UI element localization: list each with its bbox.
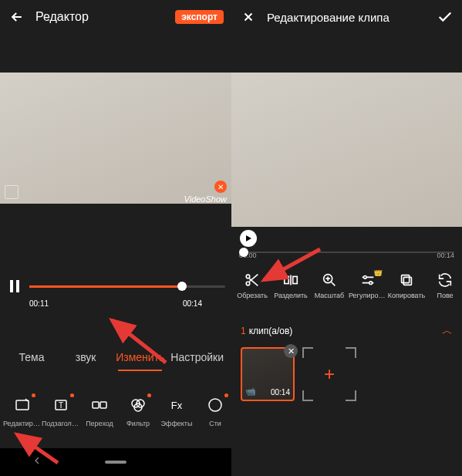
watermark[interactable]: ✕ VideoShow: [184, 179, 227, 204]
tool-sticker[interactable]: Сти: [196, 393, 231, 427]
tool-trim[interactable]: Обрезать: [233, 270, 271, 299]
video-preview[interactable]: [231, 73, 462, 227]
tool-copy[interactable]: Копировать: [387, 270, 426, 299]
clip-edit-screen: Редактирование клипа 00:00 00:14: [231, 0, 462, 476]
confirm-icon[interactable]: [436, 8, 454, 26]
svg-point-9: [209, 399, 221, 411]
add-clip-button[interactable]: +: [302, 347, 356, 401]
current-time: 00:11: [29, 299, 49, 308]
tool-filter[interactable]: Фильтр: [119, 393, 157, 427]
svg-text:Fx: Fx: [171, 400, 183, 411]
clip-thumbnail[interactable]: ✕ 📹 00:14: [241, 347, 295, 401]
editor-screen: Редактор экспорт ✕ VideoShow 00:11 00:14: [0, 0, 231, 476]
tabs: Тема звук Изменить Настройки: [0, 343, 231, 371]
seek-bar: 00:00 00:14: [239, 248, 454, 253]
filter-icon: [126, 393, 150, 417]
delete-clip-icon[interactable]: ✕: [284, 344, 298, 358]
seek-thumb[interactable]: [177, 282, 187, 291]
fx-icon: Fx: [165, 393, 188, 417]
rotate-icon: [435, 270, 455, 290]
total-time: 00:14: [183, 299, 202, 308]
preview-canvas: [231, 73, 462, 227]
svg-text:T: T: [59, 401, 63, 410]
tool-effects[interactable]: Fx Эффекты: [157, 393, 196, 427]
page-title: Редактор: [35, 10, 89, 24]
svg-rect-0: [16, 400, 29, 410]
tool-rotate[interactable]: Пове: [426, 270, 462, 299]
dot-icon: [32, 393, 35, 397]
tab-sound[interactable]: звук: [59, 343, 113, 371]
close-icon[interactable]: ✕: [214, 181, 227, 193]
svg-point-17: [369, 282, 373, 285]
svg-point-16: [364, 276, 367, 279]
nav-home-icon[interactable]: [105, 455, 126, 469]
crown-icon: 👑: [373, 270, 383, 276]
video-preview[interactable]: ✕ VideoShow: [0, 73, 231, 227]
tool-row: Обрезать Разделить Масштаб 👑 Регулиров: [231, 270, 462, 299]
seek-progress: [29, 285, 182, 288]
nav-back-icon[interactable]: [31, 454, 43, 470]
edit-clip-icon: [11, 393, 34, 417]
svg-rect-19: [402, 275, 410, 283]
sticker-icon: [204, 393, 227, 417]
tool-adjust[interactable]: 👑 Регулировка: [349, 270, 387, 299]
clip-strip: ✕ 📹 00:14 +: [241, 347, 356, 401]
tab-edit[interactable]: Изменить: [113, 343, 167, 371]
android-navbar: [0, 448, 231, 476]
svg-rect-13: [285, 276, 289, 283]
seek-track[interactable]: [29, 285, 225, 288]
chevron-up-icon[interactable]: ︿: [442, 324, 453, 338]
clip-header: 1 клип(а/ов) ︿: [231, 324, 462, 338]
header: Редактор экспорт: [0, 0, 231, 34]
svg-point-12: [246, 282, 250, 285]
play-button[interactable]: [240, 230, 257, 247]
dot-icon: [147, 393, 151, 397]
back-arrow-icon[interactable]: [8, 8, 26, 26]
tab-settings[interactable]: Настройки: [167, 343, 227, 371]
tab-theme[interactable]: Тема: [5, 343, 59, 371]
watermark-label: VideoShow: [184, 194, 227, 204]
seek-track[interactable]: [239, 252, 454, 253]
tool-row: Редактиров… T Подзаголов… Переход: [0, 393, 231, 427]
export-button[interactable]: экспорт: [175, 10, 224, 24]
split-icon: [281, 270, 301, 290]
svg-rect-10: [105, 461, 126, 464]
svg-rect-14: [293, 276, 298, 283]
tool-zoom[interactable]: Масштаб: [310, 270, 349, 299]
seek-thumb[interactable]: [239, 248, 248, 257]
camera-icon: 📹: [245, 387, 256, 397]
clip-duration: 00:14: [271, 388, 290, 397]
close-icon[interactable]: [239, 8, 258, 26]
dot-icon: [224, 393, 228, 397]
page-title: Редактирование клипа: [267, 11, 389, 24]
clip-count: 1: [241, 326, 246, 336]
svg-point-11: [246, 275, 250, 279]
scissors-icon: [242, 270, 262, 290]
aspect-icon[interactable]: [5, 185, 19, 199]
copy-icon: [396, 270, 416, 290]
tool-transition[interactable]: Переход: [80, 393, 119, 427]
plus-icon: +: [324, 363, 335, 385]
svg-rect-3: [93, 402, 99, 408]
tool-split[interactable]: Разделить: [271, 270, 310, 299]
svg-rect-4: [100, 402, 106, 408]
zoom-icon: [319, 270, 339, 290]
svg-rect-18: [403, 277, 411, 285]
transition-icon: [88, 393, 111, 417]
header: Редактирование клипа: [231, 0, 462, 34]
text-icon: T: [49, 393, 73, 417]
dot-icon: [70, 393, 74, 397]
pause-button[interactable]: [6, 278, 23, 295]
tool-subtitle[interactable]: T Подзаголов…: [42, 393, 80, 427]
playback-controls: 00:11 00:14: [0, 278, 231, 308]
tool-edit-clip[interactable]: Редактиров…: [3, 393, 42, 427]
clip-count-label: клип(а/ов): [249, 326, 293, 336]
